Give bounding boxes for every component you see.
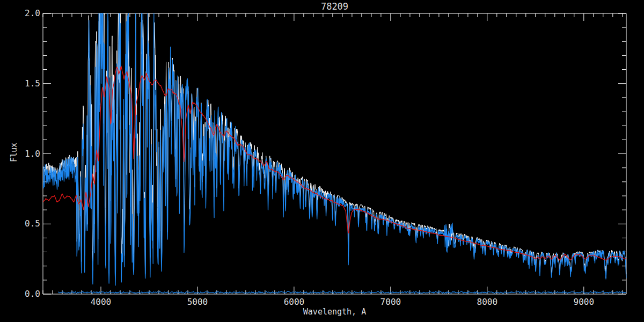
x-tick-label: 9000 [574,297,595,307]
y-tick-label: 2.0 [25,8,40,18]
x-tick-label: 8000 [477,297,498,307]
chart-title: 78209 [43,1,626,12]
x-axis-label: Wavelength, A [43,307,626,317]
x-tick-label: 5000 [187,297,208,307]
x-tick-label: 6000 [284,297,305,307]
y-tick-label: 1.0 [25,149,40,159]
series-group [43,13,626,293]
spectrum-chart: 4000500060007000800090000.00.51.01.52.0 … [0,0,644,322]
y-tick-label: 1.5 [25,78,40,89]
plot-canvas: 4000500060007000800090000.00.51.01.52.0 [0,0,644,322]
x-tick-label: 4000 [91,297,112,307]
y-tick-label: 0.0 [25,289,40,299]
y-tick-label: 0.5 [25,218,40,229]
y-axis-label: Flux [9,143,19,162]
x-tick-label: 7000 [380,297,401,307]
